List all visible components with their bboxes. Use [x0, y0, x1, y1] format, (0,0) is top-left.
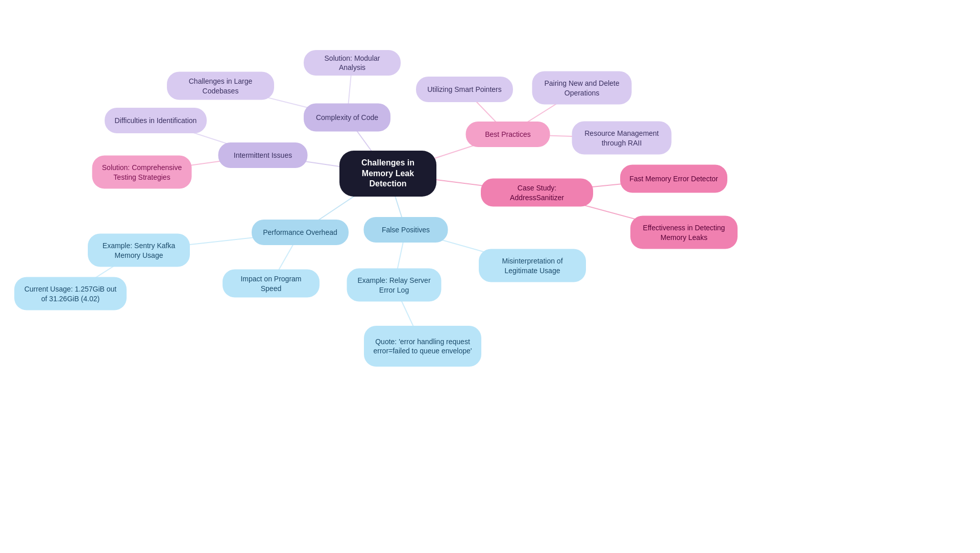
node-solution_modular[interactable]: Solution: Modular Analysis: [304, 50, 401, 76]
node-effectiveness[interactable]: Effectiveness in Detecting Memory Leaks: [630, 216, 738, 249]
node-resource_mgmt[interactable]: Resource Management through RAII: [572, 122, 672, 155]
node-quote[interactable]: Quote: 'error handling request error=fai…: [364, 326, 481, 367]
node-misinterpretation[interactable]: Misinterpretation of Legitimate Usage: [479, 249, 586, 282]
node-example_relay[interactable]: Example: Relay Server Error Log: [347, 269, 442, 302]
node-pairing_new[interactable]: Pairing New and Delete Operations: [532, 71, 632, 105]
node-impact_speed[interactable]: Impact on Program Speed: [223, 270, 320, 298]
node-challenges_large[interactable]: Challenges in Large Codebases: [167, 72, 274, 100]
node-case_study[interactable]: Case Study: AddressSanitizer: [481, 179, 593, 207]
node-complexity[interactable]: Complexity of Code: [304, 104, 390, 132]
node-center[interactable]: Challenges in Memory Leak Detection: [339, 151, 436, 197]
node-fast_memory[interactable]: Fast Memory Error Detector: [620, 165, 727, 193]
mindmap-container: Challenges in Memory Leak DetectionCompl…: [0, 0, 980, 553]
node-utilizing_smart[interactable]: Utilizing Smart Pointers: [416, 77, 513, 102]
node-difficulties[interactable]: Difficulties in Identification: [105, 108, 207, 133]
node-current_usage[interactable]: Current Usage: 1.257GiB out of 31.26GiB …: [14, 277, 127, 310]
node-false_positives[interactable]: False Positives: [364, 217, 448, 243]
node-solution_testing[interactable]: Solution: Comprehensive Testing Strategi…: [92, 156, 192, 189]
node-intermittent[interactable]: Intermittent Issues: [218, 142, 308, 168]
node-best_practices[interactable]: Best Practices: [466, 122, 550, 147]
node-example_sentry[interactable]: Example: Sentry Kafka Memory Usage: [88, 234, 190, 267]
node-performance_overhead[interactable]: Performance Overhead: [252, 220, 349, 245]
